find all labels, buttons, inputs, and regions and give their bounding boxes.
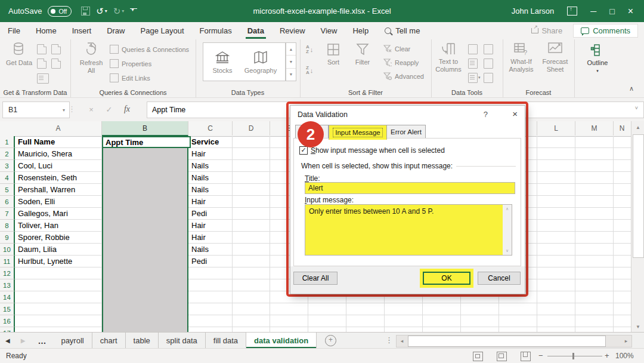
queries-connections-button[interactable]: Queries & Connections xyxy=(110,45,189,54)
tab-page-layout[interactable]: Page Layout xyxy=(133,22,192,39)
existing-connections-icon[interactable] xyxy=(37,73,49,84)
ribbon-display-options-icon[interactable] xyxy=(567,7,577,16)
column-header-c[interactable]: C xyxy=(188,121,233,136)
normal-view-icon[interactable] xyxy=(473,352,483,361)
zoom-slider-thumb[interactable] xyxy=(572,353,574,359)
sort-button[interactable]: Sort xyxy=(323,42,344,66)
tab-view[interactable]: View xyxy=(313,22,345,39)
vertical-scrollbar[interactable]: ▲ ▼ xyxy=(631,121,644,332)
horizontal-scroll-thumb[interactable] xyxy=(408,336,606,347)
sort-ascending-button[interactable]: AZ↓ xyxy=(306,45,313,54)
save-icon[interactable] xyxy=(81,7,90,16)
gallery-more-icon[interactable]: ▼ xyxy=(286,69,296,81)
row-header[interactable]: 10 xyxy=(0,244,15,256)
input-message-field[interactable]: Only enter times between 10 A and 5 P. ∧… xyxy=(305,204,512,256)
show-input-message-checkbox[interactable]: ✓ xyxy=(299,146,308,155)
cell-a6[interactable]: Soden, Elli xyxy=(18,197,55,206)
from-web-icon[interactable] xyxy=(37,59,47,69)
sheet-tab-table[interactable]: table xyxy=(126,333,159,349)
zoom-level[interactable]: 100% xyxy=(615,352,634,360)
customize-quick-access-icon[interactable] xyxy=(130,8,137,14)
cell-c10[interactable]: Nails xyxy=(191,245,209,254)
dialog-tab-input-message[interactable]: Input Message xyxy=(329,125,387,140)
name-box[interactable]: B1 ▾ xyxy=(2,101,70,118)
column-header-d[interactable]: D xyxy=(233,121,270,136)
data-validation-dropdown-icon[interactable]: ▾ xyxy=(478,75,481,80)
insert-function-icon[interactable]: fx xyxy=(119,101,135,117)
textarea-scroll-down-icon[interactable]: ∨ xyxy=(503,248,512,253)
cell-a2[interactable]: Mauricio, Shera xyxy=(18,149,72,158)
page-break-preview-icon[interactable] xyxy=(521,352,531,361)
redo-button[interactable]: ↻ ▾ xyxy=(113,7,125,16)
cell-c4[interactable]: Nails xyxy=(191,173,209,182)
zoom-in-icon[interactable]: + xyxy=(605,351,609,360)
row-header[interactable]: 9 xyxy=(0,232,15,244)
scroll-left-icon[interactable]: ◂ xyxy=(397,336,407,346)
cell-c1[interactable]: Service xyxy=(191,137,219,146)
cell-c6[interactable]: Hair xyxy=(191,197,206,206)
gallery-up-icon[interactable]: ▲ xyxy=(286,43,296,56)
cell-a11[interactable]: Hurlbut, Lynette xyxy=(18,257,72,266)
cell-c8[interactable]: Hair xyxy=(191,221,206,230)
next-sheet-icon[interactable]: ▶ xyxy=(16,333,31,349)
confirm-entry-icon[interactable]: ✓ xyxy=(101,101,117,117)
maximize-button[interactable]: □ xyxy=(609,7,614,16)
ok-button[interactable]: OK xyxy=(423,272,470,285)
row-header[interactable]: 1 xyxy=(0,136,15,148)
stocks-button[interactable]: Stocks xyxy=(203,43,242,81)
cell-c3[interactable]: Nails xyxy=(191,161,209,170)
scroll-up-icon[interactable]: ▲ xyxy=(631,125,644,130)
cell-a3[interactable]: Cool, Luci xyxy=(18,161,52,170)
clear-filter-button[interactable]: Clear xyxy=(383,45,410,53)
zoom-out-icon[interactable]: − xyxy=(538,351,543,360)
tab-home[interactable]: Home xyxy=(28,22,64,39)
row-header[interactable]: 15 xyxy=(0,303,15,315)
textarea-scroll-up-icon[interactable]: ∧ xyxy=(503,207,512,211)
column-header-m[interactable]: M xyxy=(575,121,614,136)
undo-button[interactable]: ↺ ▾ xyxy=(96,7,107,16)
cell-a1[interactable]: Full Name xyxy=(18,137,55,146)
tell-me-search[interactable]: Tell me xyxy=(385,22,420,39)
horizontal-scrollbar[interactable]: ◂ ▸ xyxy=(396,335,632,347)
tab-formulas[interactable]: Formulas xyxy=(192,22,240,39)
checkbox-label[interactable]: Show input message when cell is selected xyxy=(311,146,445,155)
cell-c9[interactable]: Hair xyxy=(191,233,206,242)
filter-button[interactable]: Filter xyxy=(350,42,375,66)
dialog-help-icon[interactable]: ? xyxy=(484,110,488,119)
what-if-analysis-button[interactable]: ? What-If Analysis xyxy=(505,42,537,73)
data-validation-icon[interactable] xyxy=(468,73,478,83)
dialog-tab-error-alert[interactable]: Error Alert xyxy=(386,125,426,139)
from-text-csv-icon[interactable] xyxy=(37,44,47,54)
cell-c5[interactable]: Nails xyxy=(191,185,209,194)
vertical-scroll-thumb[interactable] xyxy=(633,134,644,258)
expand-formula-bar-icon[interactable]: ˅ xyxy=(635,105,638,111)
cell-a5[interactable]: Pershall, Warren xyxy=(18,185,75,194)
manage-data-model-icon[interactable] xyxy=(484,73,493,83)
text-to-columns-button[interactable]: Text to Columns xyxy=(432,42,465,73)
sheet-tab-data-validation[interactable]: data validation xyxy=(246,333,317,349)
row-header[interactable]: 5 xyxy=(0,184,15,196)
tab-draw[interactable]: Draw xyxy=(99,22,132,39)
gallery-down-icon[interactable]: ▼ xyxy=(286,56,296,68)
get-data-button[interactable]: Get Data xyxy=(5,42,33,67)
row-header[interactable]: 6 xyxy=(0,196,15,208)
cell-c11[interactable]: Pedi xyxy=(191,257,207,266)
consolidate-icon[interactable] xyxy=(484,59,493,69)
edit-links-button[interactable]: Edit Links xyxy=(110,73,150,82)
more-sheets-icon[interactable]: … xyxy=(30,333,53,349)
selected-range-column-b[interactable] xyxy=(102,136,188,332)
tab-data[interactable]: Data xyxy=(240,22,272,39)
cell-a10[interactable]: Daum, Lilia xyxy=(18,245,57,254)
geography-button[interactable]: Geography xyxy=(242,43,280,81)
column-header-n[interactable]: N xyxy=(614,121,630,136)
zoom-slider-track[interactable] xyxy=(547,356,602,356)
recent-sources-icon[interactable] xyxy=(51,44,61,54)
column-header-a[interactable]: A xyxy=(15,121,102,136)
column-header-b[interactable]: B xyxy=(102,121,188,136)
autosave-toggle[interactable]: Off xyxy=(48,6,72,17)
outline-button[interactable]: Outline ▾ xyxy=(581,43,614,74)
row-header[interactable]: 7 xyxy=(0,208,15,220)
sort-descending-button[interactable]: ZA↓ xyxy=(306,66,313,75)
collapse-ribbon-icon[interactable]: ∧ xyxy=(629,85,634,93)
sheet-tab-chart[interactable]: chart xyxy=(92,333,126,349)
